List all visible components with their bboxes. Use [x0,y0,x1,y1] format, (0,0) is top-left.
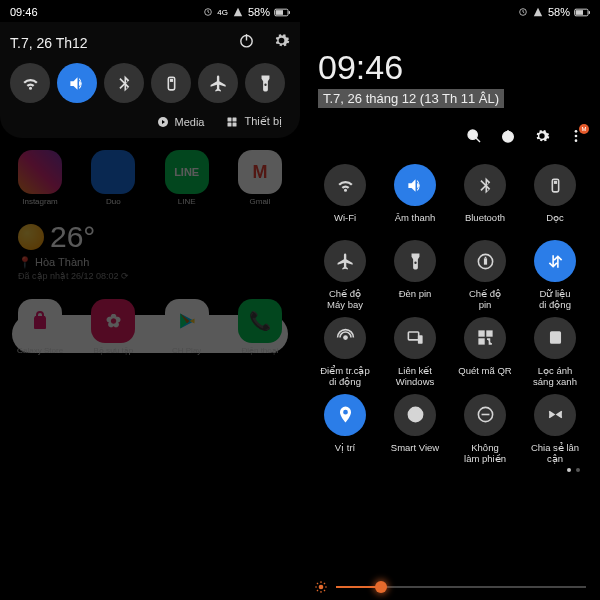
tile-flashlight[interactable]: Đèn pin [380,240,450,311]
quick-settings-grid: Wi-Fi Âm thanh Bluetooth Dọc Chế độ Máy … [300,158,600,464]
svg-rect-11 [228,122,232,126]
quick-panel-compact: T.7, 26 Th12 Media Thiết bị [0,22,300,138]
svg-rect-12 [233,122,237,126]
toggle-sound[interactable] [57,63,97,103]
tile-dnd[interactable]: Không làm phiền [450,394,520,465]
svg-point-40 [319,585,324,590]
svg-line-20 [476,138,480,142]
svg-rect-36 [479,339,484,344]
phone-right: 58% 09:46 T.7, 26 tháng 12 (13 Th 11 ÂL)… [300,0,600,600]
tile-airplane[interactable]: Chế độ Máy bay [310,240,380,311]
phone-left: 09:46 4G 58% T.7, 26 Th12 Media T [0,0,300,600]
tile-mobiledata[interactable]: Dữ liệu di động [520,240,590,311]
more-icon[interactable]: M [568,128,584,148]
power-icon[interactable] [238,32,255,53]
svg-line-48 [324,583,325,584]
svg-rect-9 [228,117,232,121]
weather-widget[interactable]: 26° 📍 Hòa Thành Đã cập nhật 26/12 08:02 … [18,220,288,281]
svg-point-23 [575,130,578,133]
toggle-bluetooth[interactable] [104,63,144,103]
tile-hotspot[interactable]: Điểm tr.cập di động [310,317,380,388]
svg-rect-30 [484,256,486,258]
tile-powersave[interactable]: Chế độ pin [450,240,520,311]
svg-rect-33 [417,335,422,344]
toggle-flashlight[interactable] [245,63,285,103]
panel-date: T.7, 26 Th12 [10,35,88,51]
svg-line-46 [324,590,325,591]
home-screen-dimmed: Instagram Duo LINELINE MGmail 26° 📍 Hòa … [0,138,300,365]
svg-rect-10 [233,117,237,121]
svg-point-25 [575,139,578,142]
status-time: 09:46 [10,6,38,18]
dock: Galaxy Store ✿Bộ sưu tập CH Play 📞Điện t… [12,299,288,355]
page-indicator [300,464,600,472]
panel-clock: 09:46 [318,48,582,87]
svg-point-19 [468,130,477,139]
notification-badge: M [579,124,589,134]
svg-rect-3 [289,11,290,14]
toggle-airplane[interactable] [198,63,238,103]
quick-toggles-row [10,63,290,103]
toggle-wifi[interactable] [10,63,50,103]
gear-icon[interactable] [534,128,550,148]
status-icons-left: 4G 58% [203,6,290,18]
sun-icon [314,580,328,594]
panel-date-full[interactable]: T.7, 26 tháng 12 (13 Th 11 ÂL) [318,89,504,108]
svg-point-31 [343,335,348,340]
svg-rect-34 [479,331,484,336]
svg-rect-27 [553,180,556,183]
tile-bluetooth[interactable]: Bluetooth [450,164,520,234]
svg-rect-35 [487,331,492,336]
svg-point-24 [575,135,578,138]
media-button[interactable]: Media [157,115,205,128]
tile-wifi[interactable]: Wi-Fi [310,164,380,234]
tile-qrscan[interactable]: Quét mã QR [450,317,520,388]
tile-rotation[interactable]: Dọc [520,164,590,234]
svg-line-47 [317,590,318,591]
svg-rect-17 [576,10,583,15]
tile-smartview[interactable]: Smart View [380,394,450,465]
tile-nearbyshare[interactable]: Chia sẻ lân cận [520,394,590,465]
tile-bluelight[interactable]: Lọc ánh sáng xanh [520,317,590,388]
media-devices-row: Media Thiết bị [10,111,290,130]
panel-header-icons: M [300,108,600,158]
brightness-slider[interactable] [314,580,586,594]
toggle-rotation[interactable] [151,63,191,103]
tile-linkwindows[interactable]: Liên kết Windows [380,317,450,388]
power-icon[interactable] [500,128,516,148]
svg-line-45 [317,583,318,584]
svg-rect-18 [589,11,590,14]
panel-clock-area: 09:46 T.7, 26 tháng 12 (13 Th 11 ÂL) [300,48,600,108]
tile-sound[interactable]: Âm thanh [380,164,450,234]
search-icon[interactable] [466,128,482,148]
gear-icon[interactable] [273,32,290,53]
status-icons-right: 58% [518,6,590,18]
svg-rect-29 [483,258,486,264]
tile-location[interactable]: Vị trí [310,394,380,465]
svg-rect-7 [169,78,172,81]
status-bar-left: 09:46 4G 58% [0,0,300,22]
svg-rect-32 [408,332,418,340]
status-bar-right: 58% [300,0,600,22]
devices-button[interactable]: Thiết bị [226,115,282,128]
svg-rect-2 [276,10,283,15]
